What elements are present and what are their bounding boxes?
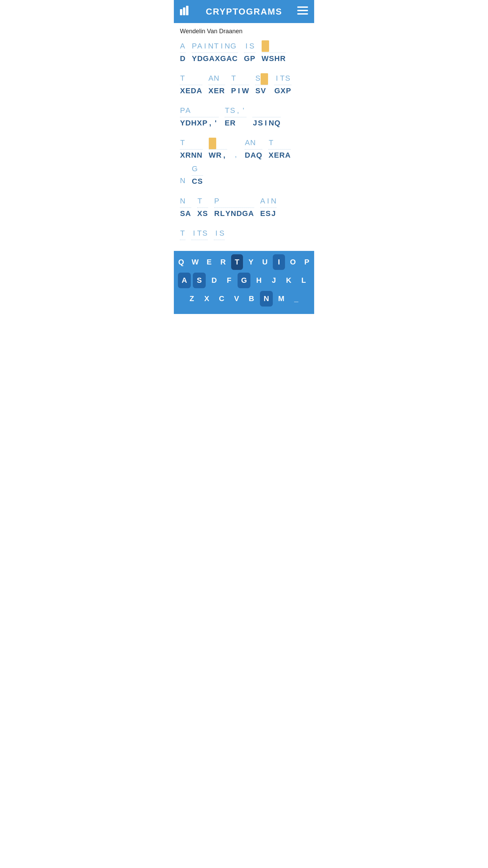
encoded-char: S <box>180 208 185 219</box>
word-pair[interactable]: I S G P <box>244 40 256 64</box>
svg-rect-3 <box>297 6 308 8</box>
decoded-char: T <box>180 72 185 85</box>
word-pair-highlight[interactable]: W S H R <box>262 40 286 64</box>
decoded-char: I <box>214 227 219 240</box>
encoded-char: A <box>197 85 202 97</box>
key-w[interactable]: W <box>189 254 201 270</box>
word-pair[interactable]: T S , ' E R <box>225 104 246 129</box>
key-e[interactable]: E <box>203 254 215 270</box>
key-r[interactable]: R <box>217 254 229 270</box>
stats-icon[interactable] <box>180 6 191 18</box>
encoded-char: , <box>222 150 227 161</box>
app-title: Cryptograms <box>206 6 282 17</box>
decoded-char: A <box>197 40 203 53</box>
decoded-char: S <box>285 72 290 85</box>
encoded-char: G <box>220 53 226 64</box>
key-underscore[interactable]: _ <box>290 291 303 307</box>
encoded-char: Y <box>180 117 185 129</box>
encoded-char: S <box>203 208 208 219</box>
decoded-char: T <box>197 195 203 208</box>
encoded-char: A <box>248 208 254 219</box>
decoded-char: T <box>231 72 237 85</box>
key-q[interactable]: Q <box>175 254 187 270</box>
encoded-char: P <box>250 53 256 64</box>
word-pair-highlight[interactable]: S S V <box>255 72 268 97</box>
encoded-char: V <box>261 85 266 97</box>
key-s[interactable]: S <box>193 273 206 288</box>
decoded-char: N <box>180 195 186 208</box>
word-pair[interactable]: T X R N N <box>180 136 203 161</box>
app-header: Cryptograms <box>174 0 314 23</box>
encoded-char: R <box>230 117 236 129</box>
key-i[interactable]: I <box>273 254 285 270</box>
word-pair[interactable]: I S <box>214 227 225 240</box>
keyboard: Q W E R T Y U I O P A S D F G H J K L Z … <box>174 251 314 314</box>
encoded-char: S <box>269 53 274 64</box>
key-y[interactable]: Y <box>245 254 257 270</box>
encoded-char: E <box>274 150 279 161</box>
key-b[interactable]: B <box>245 291 258 307</box>
key-j[interactable]: J <box>267 273 280 288</box>
menu-icon[interactable] <box>297 6 308 17</box>
encoded-char: X <box>268 150 274 161</box>
encoded-char: D <box>180 53 186 64</box>
decoded-char: T <box>268 136 274 149</box>
word-pair[interactable]: A N X E R <box>208 72 225 97</box>
decoded-line-5: N S A T X S P R L Y N <box>180 195 308 221</box>
key-z[interactable]: Z <box>185 291 198 307</box>
word-pair[interactable]: N <box>180 174 186 187</box>
word-pair[interactable]: I T S <box>191 227 208 240</box>
encoded-char: W <box>262 53 269 64</box>
decoded-line-1: A D P A I N T I N G Y D G A <box>180 40 308 66</box>
decoded-char: A <box>180 40 185 53</box>
key-c[interactable]: C <box>215 291 228 307</box>
decoded-char: T <box>197 227 202 240</box>
decoded-char: T <box>214 40 219 53</box>
word-pair[interactable]: , <box>233 148 239 161</box>
word-pair[interactable]: T <box>180 227 185 240</box>
key-m[interactable]: M <box>275 291 288 307</box>
word-pair[interactable]: A N D A Q <box>245 136 262 161</box>
word-pair-highlight[interactable]: W R , <box>209 138 227 161</box>
word-pair[interactable]: I T S G X P <box>274 72 291 97</box>
svg-rect-1 <box>183 7 185 15</box>
word-pair[interactable]: G C S <box>192 162 203 187</box>
key-a[interactable]: A <box>178 273 191 288</box>
key-h[interactable]: H <box>252 273 265 288</box>
key-g[interactable]: G <box>238 273 250 288</box>
key-o[interactable]: O <box>287 254 299 270</box>
key-l[interactable]: L <box>297 273 310 288</box>
word-pair[interactable]: T X E D A <box>180 72 202 97</box>
encoded-char: S <box>255 85 261 97</box>
word-pair[interactable]: P A I N T I N G Y D G A X G A C <box>192 40 238 64</box>
word-pair[interactable]: J S I N Q <box>252 104 281 129</box>
key-t[interactable]: T <box>231 254 243 270</box>
word-pair[interactable]: A D <box>180 40 186 64</box>
word-pair[interactable]: P R L Y N D G A <box>214 195 254 219</box>
key-f[interactable]: F <box>223 273 236 288</box>
word-pair[interactable]: T P I W <box>231 72 249 97</box>
word-pair[interactable]: A I N E S J <box>260 195 277 219</box>
word-pair[interactable]: T X E R A <box>268 136 291 161</box>
encoded-char: J <box>271 208 277 219</box>
encoded-char: Y <box>192 53 197 64</box>
encoded-char: D <box>245 150 250 161</box>
key-p[interactable]: P <box>301 254 313 270</box>
word-pair[interactable]: P A Y D H X P , ' <box>180 104 219 129</box>
word-pair[interactable]: T X S <box>197 195 208 219</box>
encoded-char: I <box>263 117 269 129</box>
decoded-char: , <box>233 148 239 161</box>
decoded-char: T <box>180 136 185 149</box>
puzzle-line-1: A D P A I N T I N G Y D G A <box>180 40 308 66</box>
highlight-block <box>209 138 216 149</box>
decoded-char: A <box>260 195 266 208</box>
svg-rect-0 <box>180 9 182 15</box>
key-n[interactable]: N <box>260 291 273 307</box>
key-d[interactable]: D <box>208 273 221 288</box>
encoded-char: L <box>220 208 225 219</box>
key-x[interactable]: X <box>200 291 213 307</box>
key-k[interactable]: K <box>282 273 295 288</box>
key-u[interactable]: U <box>259 254 271 270</box>
key-v[interactable]: V <box>230 291 243 307</box>
word-pair[interactable]: N S A <box>180 195 191 219</box>
